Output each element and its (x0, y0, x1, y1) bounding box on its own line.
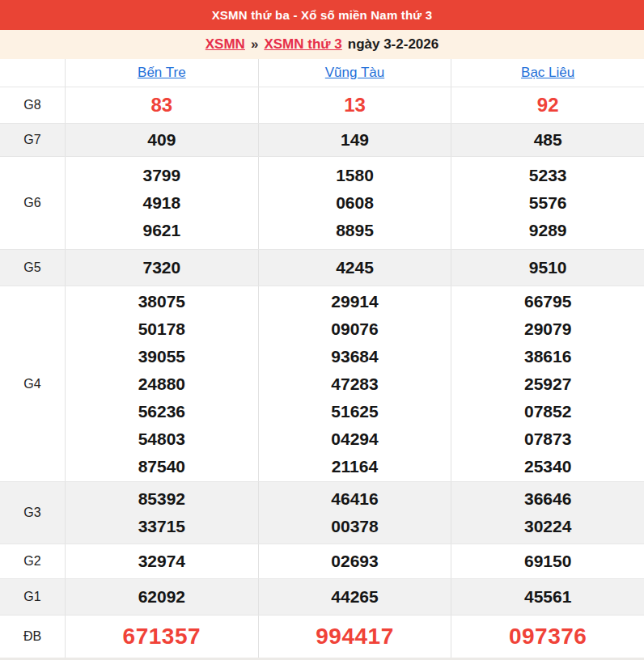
result-number: 7320 (142, 254, 180, 281)
result-number: 485 (534, 126, 562, 154)
prize-label: G3 (0, 482, 65, 544)
province-link-vung-tau[interactable]: Vũng Tàu (325, 65, 384, 81)
result-number: 46416 (331, 485, 378, 513)
result-number: 1580 (336, 162, 374, 189)
result-number: 62092 (138, 583, 185, 611)
prize-label: G7 (0, 124, 65, 156)
result-number: 24880 (138, 370, 185, 398)
province-header-vung-tau: Vũng Tàu (258, 59, 451, 87)
result-number: 4245 (336, 254, 374, 281)
result-number: 097376 (509, 623, 587, 650)
prize-row: G3853923371546416003783664630224 (0, 481, 644, 544)
province-results-cell: 523355769289 (451, 157, 644, 249)
breadcrumb-separator-icon: » (251, 36, 258, 53)
result-number: 85392 (138, 485, 185, 513)
province-results-cell: 44265 (258, 579, 451, 615)
result-number: 56236 (138, 398, 185, 425)
result-number: 04294 (331, 425, 378, 453)
result-number: 3799 (142, 162, 180, 189)
province-results-cell: 62092 (65, 579, 258, 615)
breadcrumb: XSMN » XSMN thứ 3 ngày 3-2-2026 (0, 30, 644, 59)
province-results-cell: 485 (451, 124, 644, 156)
result-number: 994417 (316, 623, 393, 650)
province-results-cell: 29914090769368447283516250429421164 (258, 286, 451, 481)
prize-row: ĐB671357994417097376 (0, 615, 644, 660)
result-number: 66795 (524, 288, 571, 315)
prize-row: G2329740269369150 (0, 544, 644, 578)
province-results-cell: 149 (258, 124, 451, 156)
result-number: 671357 (123, 623, 201, 650)
result-number: 00378 (331, 513, 378, 540)
result-number: 07852 (524, 398, 571, 425)
prize-label: ĐB (0, 616, 65, 658)
result-number: 25927 (524, 370, 571, 398)
empty-header-cell (0, 59, 65, 87)
province-results-cell: 3664630224 (451, 482, 644, 544)
province-results-cell: 994417 (258, 616, 451, 658)
prize-label: G4 (0, 286, 65, 481)
result-number: 09076 (331, 315, 378, 343)
province-results-cell: 02693 (258, 544, 451, 578)
result-number: 44265 (331, 583, 378, 611)
result-number: 4918 (142, 189, 180, 217)
result-number: 9289 (529, 217, 567, 244)
province-results-cell: 83 (65, 87, 258, 123)
province-results-cell: 92 (451, 87, 644, 123)
province-results-cell: 13 (258, 87, 451, 123)
prize-row: G5732042459510 (0, 249, 644, 286)
province-results-cell: 409 (65, 124, 258, 156)
result-number: 39055 (138, 343, 185, 370)
province-results-cell: 097376 (451, 616, 644, 658)
province-header-bac-lieu: Bạc Liêu (451, 59, 644, 87)
breadcrumb-date: ngày 3-2-2026 (348, 36, 439, 53)
result-number: 21164 (332, 453, 378, 480)
breadcrumb-link-xsmn[interactable]: XSMN (205, 36, 245, 53)
result-number: 87540 (138, 453, 185, 480)
prize-label: G1 (0, 579, 65, 615)
prize-label: G5 (0, 250, 65, 286)
result-number: 25340 (524, 453, 571, 480)
result-number: 9510 (529, 254, 567, 281)
province-results-cell: 66795290793861625927078520787325340 (451, 286, 644, 481)
result-number: 13 (344, 91, 366, 119)
province-results-cell: 671357 (65, 616, 258, 658)
result-number: 45561 (524, 583, 571, 611)
prize-row: G1620924426545561 (0, 578, 644, 615)
province-results-cell: 38075501783905524880562365480387540 (65, 286, 258, 481)
result-number: 9621 (142, 217, 180, 244)
province-header-ben-tre: Bến Tre (65, 59, 258, 87)
prize-row: G6379949189621158006088895523355769289 (0, 156, 644, 249)
page-title: XSMN thứ ba - Xổ số miền Nam thứ 3 (212, 8, 433, 22)
result-number: 47283 (331, 370, 378, 398)
result-number: 32974 (138, 548, 185, 575)
page-header: XSMN thứ ba - Xổ số miền Nam thứ 3 (0, 0, 644, 30)
province-results-cell: 158006088895 (258, 157, 451, 249)
result-number: 5233 (529, 162, 567, 189)
result-number: 51625 (331, 398, 378, 425)
prize-row: G7409149485 (0, 123, 644, 156)
result-number: 07873 (524, 425, 571, 453)
result-number: 02693 (331, 548, 378, 575)
prize-label: G6 (0, 157, 65, 249)
result-number: 29914 (331, 288, 378, 315)
breadcrumb-link-xsmn-thu-3[interactable]: XSMN thứ 3 (264, 36, 341, 53)
result-number: 33715 (138, 513, 185, 540)
province-results-cell: 4245 (258, 250, 451, 286)
province-results-cell: 32974 (65, 544, 258, 578)
result-number: 38075 (138, 288, 185, 315)
province-link-bac-lieu[interactable]: Bạc Liêu (521, 65, 574, 81)
result-number: 54803 (138, 425, 185, 453)
province-results-cell: 45561 (451, 579, 644, 615)
result-number: 8895 (336, 217, 374, 244)
result-number: 83 (150, 91, 172, 119)
province-link-ben-tre[interactable]: Bến Tre (138, 65, 186, 81)
result-number: 409 (147, 126, 176, 154)
result-number: 5576 (529, 189, 567, 217)
result-number: 50178 (138, 315, 185, 343)
result-number: 36646 (524, 485, 571, 513)
table-header-row: Bến Tre Vũng Tàu Bạc Liêu (0, 59, 644, 87)
province-results-cell: 69150 (451, 544, 644, 578)
prize-row: G8831392 (0, 87, 644, 123)
result-number: 29079 (524, 315, 571, 343)
result-number: 69150 (524, 548, 571, 575)
